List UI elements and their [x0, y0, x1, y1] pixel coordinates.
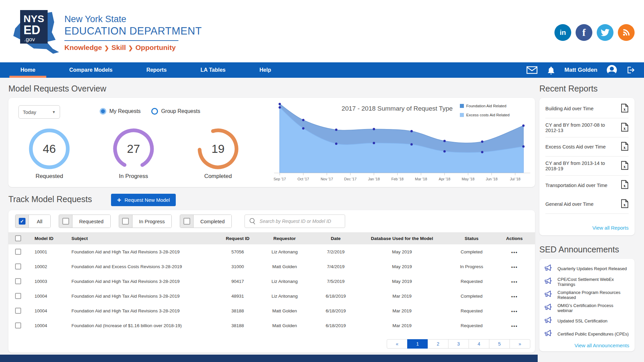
filter-all[interactable]: ✓All: [15, 215, 51, 228]
announcement-item[interactable]: Updated SSL Certification: [544, 314, 629, 327]
chevron-icon: ❯: [102, 45, 111, 51]
cell-request-id: 38188: [218, 308, 257, 313]
facebook-icon[interactable]: f: [576, 24, 592, 41]
excel-file-icon[interactable]: x: [621, 161, 629, 171]
svg-text:Mar '18: Mar '18: [415, 177, 427, 181]
checkbox-checked-icon[interactable]: ✓: [19, 218, 25, 225]
checkbox-unchecked-icon[interactable]: [183, 218, 190, 225]
svg-text:Foundation Aid Related: Foundation Aid Related: [466, 104, 506, 108]
rss-icon[interactable]: [618, 24, 635, 41]
cell-model-id: 10002: [32, 264, 69, 269]
nav-item-compare-models[interactable]: Compare Models: [69, 62, 112, 78]
excel-file-icon[interactable]: x: [621, 180, 629, 190]
nav-item-home[interactable]: Home: [20, 62, 35, 78]
report-item[interactable]: Excess Costs Aid over Timex: [545, 137, 629, 157]
svg-text:x: x: [624, 107, 626, 112]
megaphone-icon: [544, 316, 553, 325]
row-checkbox[interactable]: [15, 249, 21, 255]
stat-completed: 19Completed: [190, 128, 247, 180]
cell-date: 7/5/2019: [312, 279, 359, 284]
excel-file-icon: x: [621, 142, 629, 151]
pagination-prev[interactable]: «: [387, 339, 408, 349]
report-item[interactable]: Building Aid over Timex: [545, 99, 629, 118]
report-item[interactable]: CY and BY from 2013-14 to 2018-19x: [545, 157, 629, 176]
notifications-bell-icon[interactable]: [547, 66, 555, 74]
row-checkbox[interactable]: [15, 322, 21, 328]
filter-completed[interactable]: Completed: [180, 215, 232, 228]
svg-text:Oct '17: Oct '17: [298, 177, 309, 181]
cell-model-id: 10003: [32, 279, 69, 284]
svg-text:2017 - 2018 Summary of Reques: 2017 - 2018 Summary of Request Type: [341, 105, 452, 112]
announcements-card: Quarterly Updates Report ReleasedCPE/Cos…: [539, 259, 635, 351]
announcement-item[interactable]: Compliance Program Resources Released: [544, 288, 629, 301]
announcement-item[interactable]: OMIG's Certification Process webinar: [544, 301, 629, 314]
report-item[interactable]: CY and BY from 2007-08 to 2012-13x: [545, 118, 629, 137]
pagination-page-1[interactable]: 1: [407, 339, 428, 349]
logo-line-nys: NYS: [23, 13, 44, 24]
cell-subject: Foundation Aid (Increase of $1.16 billio…: [69, 323, 218, 328]
row-actions-button[interactable]: ●●●: [511, 295, 518, 298]
mail-icon[interactable]: [526, 66, 538, 74]
nav-item-reports[interactable]: Reports: [146, 62, 166, 78]
checkbox-unchecked-icon[interactable]: [122, 218, 129, 225]
request-new-model-button[interactable]: + Request New Model: [111, 194, 176, 206]
col-header-subject: Subject: [69, 236, 218, 241]
radio-my-requests[interactable]: My Requests: [100, 108, 141, 115]
logo-line-gov: .gov: [24, 36, 35, 43]
agency-name-line2: EDUCATION DEPARTMENT: [64, 25, 202, 37]
twitter-icon[interactable]: [597, 24, 613, 41]
excel-file-icon[interactable]: x: [621, 142, 629, 152]
pagination-page-2[interactable]: 2: [428, 339, 448, 349]
table-header-row: Model IDSubjectRequest IDRequestorDateDa…: [8, 232, 535, 244]
filter-in-progress[interactable]: In Progress: [119, 215, 172, 228]
view-all-announcements-link[interactable]: View all Announcements: [544, 341, 629, 350]
cell-requestor: Liz Aritonang: [257, 279, 312, 284]
svg-text:May '18: May '18: [462, 177, 474, 181]
logout-icon[interactable]: [626, 66, 635, 74]
report-title: Excess Costs Aid over Time: [545, 144, 608, 149]
nysed-logo: NYS ED .gov: [10, 7, 64, 57]
search-input[interactable]: [260, 219, 341, 224]
pagination-page-5[interactable]: 5: [489, 339, 510, 349]
page-header: NYS ED .gov New York State EDUCATION DEP…: [0, 0, 644, 62]
row-actions-button[interactable]: ●●●: [511, 324, 518, 328]
nav-item-la-tables[interactable]: LA Tables: [201, 62, 226, 78]
report-item[interactable]: General Aid over Timex: [545, 195, 629, 214]
row-checkbox[interactable]: [15, 278, 21, 284]
period-dropdown[interactable]: Today ▼: [18, 105, 60, 119]
pagination-page-3[interactable]: 3: [448, 339, 469, 349]
filter-checkbox-seg: [119, 215, 132, 228]
pagination-next[interactable]: »: [509, 339, 530, 349]
checkbox-unchecked-icon[interactable]: [62, 218, 69, 225]
row-actions-button[interactable]: ●●●: [511, 251, 518, 254]
row-checkbox[interactable]: [15, 308, 21, 314]
stat-value: 19: [197, 128, 239, 170]
excel-file-icon[interactable]: x: [621, 123, 629, 133]
cell-database: Mar 2019: [359, 308, 445, 313]
cell-date: 6/18/2019: [312, 323, 359, 328]
account-avatar-icon[interactable]: [607, 65, 617, 75]
row-checkbox[interactable]: [15, 293, 21, 299]
pagination-page-4[interactable]: 4: [469, 339, 489, 349]
row-checkbox[interactable]: [15, 263, 21, 269]
nav-item-help[interactable]: Help: [260, 62, 271, 78]
row-actions-button[interactable]: ●●●: [511, 265, 518, 269]
announcement-item[interactable]: Quarterly Updates Report Released: [544, 262, 629, 275]
linkedin-icon[interactable]: in: [554, 24, 571, 41]
report-item[interactable]: Transportation Aid over Timex: [545, 176, 629, 195]
user-name[interactable]: Matt Golden: [565, 67, 597, 73]
svg-text:x: x: [624, 183, 626, 188]
row-actions-button[interactable]: ●●●: [511, 310, 518, 313]
radio-group-requests[interactable]: Group Requests: [151, 108, 200, 115]
col-header-request-id: Request ID: [218, 236, 257, 241]
excel-file-icon[interactable]: x: [621, 199, 629, 209]
filter-requested[interactable]: Requested: [59, 215, 111, 228]
excel-file-icon[interactable]: x: [621, 104, 629, 114]
announcement-item[interactable]: CPE/Cost Settlement WebEx Trainings: [544, 275, 629, 288]
view-all-reports-link[interactable]: View all Reports: [545, 223, 629, 232]
announcement-item[interactable]: Certified Public Expenditures (CPEs): [544, 327, 629, 341]
row-actions-button[interactable]: ●●●: [511, 280, 518, 284]
chevron-down-icon: ▼: [52, 110, 56, 114]
select-all-checkbox[interactable]: [15, 235, 21, 241]
cell-database: Mar 2019: [359, 294, 445, 299]
